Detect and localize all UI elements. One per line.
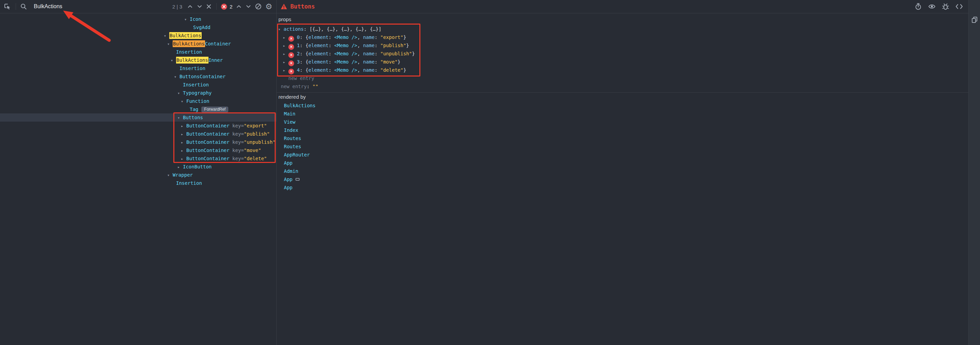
tree-node-buttoncontainer[interactable]: ▸ButtonContainer key="publish" xyxy=(0,130,277,138)
delete-entry-button[interactable]: × xyxy=(288,36,294,42)
expand-arrow-closed-icon[interactable]: ▸ xyxy=(181,138,186,147)
expand-arrow-open-icon[interactable]: ▾ xyxy=(174,73,180,81)
inspect-dom-eye-icon[interactable] xyxy=(928,3,935,10)
clear-search-button[interactable] xyxy=(206,4,212,9)
rendered-by-item-app[interactable]: App xyxy=(277,175,969,184)
tree-node-function[interactable]: ▾Function xyxy=(0,97,277,105)
tree-node-svgadd[interactable]: SvgAdd xyxy=(0,23,277,32)
tree-node-bulkactionsinner[interactable]: ▾BulkActionsInner xyxy=(0,56,277,64)
tree-node-insertion[interactable]: Insertion xyxy=(0,48,277,56)
expand-arrow-open-icon[interactable]: ▾ xyxy=(278,25,283,34)
new-entry-label[interactable]: new entry xyxy=(281,84,307,89)
prop-colon: : { xyxy=(300,59,308,65)
tree-node-iconbutton[interactable]: ▸IconButton xyxy=(0,163,277,171)
rendered-by-item-approuter[interactable]: AppRouter xyxy=(277,151,969,159)
rendered-by-item-routes[interactable]: Routes xyxy=(277,134,969,142)
tree-node-buttoncontainer[interactable]: ▸ButtonContainer key="delete" xyxy=(0,154,277,163)
tree-node-typography[interactable]: ▾Typography xyxy=(0,89,277,97)
tree-node-tag[interactable]: TagForwardRef xyxy=(0,105,277,113)
owner-name: App xyxy=(284,160,293,166)
settings-gear-icon[interactable]: ⚙ xyxy=(265,3,272,11)
prop-comma: , xyxy=(357,67,363,73)
rendered-by-item-app[interactable]: App xyxy=(277,159,969,167)
new-entry-array-field[interactable]: new entry xyxy=(277,74,969,82)
rendered-by-item-routes[interactable]: Routes xyxy=(277,142,969,151)
tree-node-buttoncontainer[interactable]: ▸ButtonContainer key="unpublish" xyxy=(0,138,277,146)
tree-node-buttoncontainer[interactable]: ▸ButtonContainer key="move" xyxy=(0,146,277,154)
tree-node-insertion[interactable]: Insertion xyxy=(0,81,277,89)
rendered-by-item-view[interactable]: View xyxy=(277,118,969,126)
element-value: <Memo /> xyxy=(334,51,357,56)
expand-arrow-closed-icon[interactable]: ▸ xyxy=(283,66,288,75)
rendered-by-item-app[interactable]: App xyxy=(277,184,969,192)
delete-entry-button[interactable]: × xyxy=(288,61,294,66)
component-name: Insertion xyxy=(176,180,202,186)
expand-arrow-open-icon[interactable]: ▾ xyxy=(177,89,183,97)
expand-arrow-closed-icon[interactable]: ▸ xyxy=(181,147,186,155)
rendered-by-item-index[interactable]: Index xyxy=(277,126,969,134)
tree-node-bulkactionscontainer[interactable]: ▾BulkActionsContainer xyxy=(0,40,277,48)
delete-entry-button[interactable]: × xyxy=(288,44,294,50)
copy-to-clipboard-icon[interactable] xyxy=(971,16,978,23)
expand-arrow-open-icon[interactable]: ▾ xyxy=(164,32,169,40)
expand-arrow-closed-icon[interactable]: ▸ xyxy=(283,42,288,50)
expand-arrow-closed-icon[interactable]: ▸ xyxy=(181,155,186,163)
suspense-toggle-icon[interactable] xyxy=(915,3,922,10)
component-name: BulkActions xyxy=(169,32,202,39)
props-array-item-1[interactable]: ▸×1: {element: <Memo />, name: "publish"… xyxy=(277,42,969,50)
string-value[interactable]: "unpublish" xyxy=(380,51,412,56)
string-value[interactable]: "delete" xyxy=(380,67,403,73)
expand-arrow-closed-icon[interactable]: ▸ xyxy=(181,122,186,130)
string-value[interactable]: "publish" xyxy=(380,43,406,48)
delete-entry-button[interactable]: × xyxy=(288,52,294,58)
string-value[interactable]: "move" xyxy=(380,59,398,65)
next-error-button[interactable] xyxy=(245,3,251,10)
next-result-button[interactable] xyxy=(197,3,203,10)
props-array-item-2[interactable]: ▸×2: {element: <Memo />, name: "unpublis… xyxy=(277,50,969,58)
log-component-bug-icon[interactable] xyxy=(942,3,949,10)
component-name: BulkActions xyxy=(176,57,208,64)
toolbar-left: 2 | 3 2 xyxy=(0,0,277,13)
expand-arrow-closed-icon[interactable]: ▸ xyxy=(181,130,186,138)
new-entry-value[interactable]: "" xyxy=(313,84,318,89)
new-entry-root-field[interactable]: new entry: "" xyxy=(277,82,969,91)
expand-arrow-closed-icon[interactable]: ▸ xyxy=(177,163,183,171)
component-name: IconButton xyxy=(183,164,212,169)
expand-arrow-open-icon[interactable]: ▾ xyxy=(184,15,190,24)
react-devtools-window: 2 | 3 2 xyxy=(0,0,980,345)
rendered-by-item-main[interactable]: Main xyxy=(277,110,969,118)
prop-colon: : xyxy=(375,43,380,48)
tree-node-insertion[interactable]: Insertion xyxy=(0,64,277,72)
rendered-by-item-admin[interactable]: Admin xyxy=(277,167,969,175)
tree-node-icon[interactable]: ▾Icon xyxy=(0,15,277,23)
right-edge-strip xyxy=(969,0,980,345)
search-input[interactable] xyxy=(33,3,159,10)
expand-arrow-open-icon[interactable]: ▾ xyxy=(167,171,173,179)
tree-node-wrapper[interactable]: ▾Wrapper xyxy=(0,171,277,179)
expand-arrow-closed-icon[interactable]: ▸ xyxy=(283,58,288,66)
new-entry-label[interactable]: new entry xyxy=(288,75,314,81)
previous-error-button[interactable] xyxy=(236,3,242,10)
expand-arrow-open-icon[interactable]: ▾ xyxy=(170,56,176,65)
expand-arrow-open-icon[interactable]: ▾ xyxy=(177,114,183,122)
clear-errors-button[interactable] xyxy=(255,3,262,10)
expand-arrow-closed-icon[interactable]: ▸ xyxy=(283,34,288,42)
inspect-element-button[interactable] xyxy=(3,3,11,10)
tree-node-insertion[interactable]: Insertion xyxy=(0,179,277,187)
view-source-code-icon[interactable] xyxy=(955,3,963,10)
tree-node-buttoncontainer[interactable]: ▸ButtonContainer key="export" xyxy=(0,121,277,130)
expand-arrow-open-icon[interactable]: ▾ xyxy=(167,40,173,48)
expand-arrow-open-icon[interactable]: ▾ xyxy=(181,97,186,105)
props-array-item-0[interactable]: ▸×0: {element: <Memo />, name: "export"} xyxy=(277,33,969,42)
tree-node-buttonscontainer[interactable]: ▾ButtonsContainer xyxy=(0,72,277,81)
props-item-actions[interactable]: ▾actions: [{…}, {…}, {…}, {…}, {…}] xyxy=(277,25,969,33)
delete-entry-button[interactable]: × xyxy=(288,69,294,75)
previous-result-button[interactable] xyxy=(187,3,193,10)
tree-node-buttons[interactable]: ▾Buttons xyxy=(0,113,277,121)
string-value[interactable]: "export" xyxy=(380,35,403,40)
props-array-item-4[interactable]: ▸×4: {element: <Memo />, name: "delete"} xyxy=(277,66,969,74)
rendered-by-item-bulkactions[interactable]: BulkActions xyxy=(277,101,969,110)
expand-arrow-closed-icon[interactable]: ▸ xyxy=(283,50,288,58)
tree-node-bulkactions[interactable]: ▾BulkActions xyxy=(0,32,277,40)
props-array-item-3[interactable]: ▸×3: {element: <Memo />, name: "move"} xyxy=(277,58,969,66)
